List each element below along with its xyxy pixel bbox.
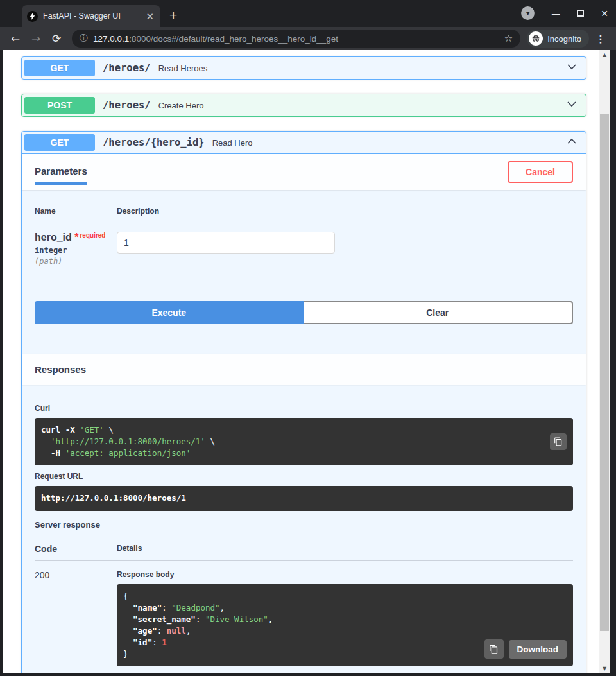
method-badge-post: POST (24, 97, 95, 114)
tab-close-icon[interactable]: ✕ (144, 12, 155, 21)
opblock-post-heroes: POST /heroes/ Create Hero (21, 94, 586, 117)
clear-button[interactable]: Clear (304, 301, 574, 324)
scrollbar-up-icon[interactable]: ▲ (599, 52, 610, 58)
cancel-button[interactable]: Cancel (508, 161, 573, 183)
response-body-label: Response body (117, 570, 573, 579)
copy-to-clipboard-icon[interactable] (550, 433, 567, 450)
tab-search-icon[interactable]: ▼ (521, 6, 535, 20)
responses-inner: Curl curl -X 'GET' \ 'http://127.0.0.1:8… (22, 385, 586, 673)
download-button[interactable]: Download (509, 640, 567, 659)
response-row: 200 Response body { "name": "Deadpond", … (35, 561, 573, 674)
url-path: :8000/docs#/default/read_hero_heroes__he… (129, 34, 499, 44)
active-tab-underline (35, 182, 87, 185)
method-badge-get: GET (24, 60, 95, 76)
column-header-name: Name (35, 207, 117, 216)
execute-wrapper: Execute Clear (22, 288, 586, 354)
status-code: 200 (35, 570, 117, 674)
browser-toolbar: ← → ⟳ ⓘ 127.0.0.1 :8000/docs#/default/re… (0, 27, 616, 50)
required-label: required (78, 232, 105, 239)
url-host: 127.0.0.1 (93, 34, 129, 44)
parameters-table: Name Description hero_id *required integ… (22, 190, 586, 288)
page-scrollbar[interactable]: ▲ ▼ (599, 50, 610, 673)
browser-tab[interactable]: FastAPI - Swagger UI ✕ (22, 5, 160, 27)
request-url-value: http://127.0.0.1:8000/heroes/1 (41, 493, 186, 503)
column-header-code: Code (35, 544, 117, 554)
chevron-down-icon[interactable] (565, 60, 578, 76)
tab-title: FastAPI - Swagger UI (43, 12, 139, 21)
op-path: /heroes/{hero_id} (103, 137, 205, 148)
incognito-label: Incognito (547, 34, 581, 44)
hero-id-input[interactable] (117, 232, 335, 254)
url-bar[interactable]: ⓘ 127.0.0.1 :8000/docs#/default/read_her… (72, 30, 520, 48)
request-url-label: Request URL (35, 472, 573, 481)
curl-command-text: curl -X 'GET' \ 'http://127.0.0.1:8000/h… (41, 424, 541, 459)
window-close-button[interactable]: ✕ (601, 8, 608, 19)
opblock-get-hero-by-id: GET /heroes/{hero_id} Read Hero Paramete… (21, 131, 586, 673)
opblock-get-hero-by-id-header[interactable]: GET /heroes/{hero_id} Read Hero (22, 132, 586, 154)
fastapi-favicon-icon (27, 11, 38, 22)
required-asterisk: * (72, 232, 79, 243)
op-summary: Read Hero (212, 138, 253, 148)
request-url-block: http://127.0.0.1:8000/heroes/1 (35, 486, 573, 510)
op-summary: Create Hero (158, 101, 204, 110)
swagger-page: GET /heroes/ Read Heroes POST /heroes/ C… (3, 50, 599, 673)
bookmark-star-icon[interactable]: ☆ (504, 33, 513, 44)
op-path: /heroes/ (103, 100, 151, 111)
curl-label: Curl (35, 404, 573, 413)
execute-button[interactable]: Execute (35, 301, 304, 324)
window-maximize-button[interactable] (577, 10, 584, 17)
opblock-get-heroes-header[interactable]: GET /heroes/ Read Heroes (22, 57, 586, 79)
op-summary: Read Heroes (158, 64, 208, 73)
method-badge-get: GET (24, 134, 95, 151)
tab-parameters[interactable]: Parameters (35, 159, 87, 185)
page-info-icon[interactable]: ⓘ (80, 33, 88, 44)
server-response-title: Server response (35, 520, 573, 530)
responses-section-header: Responses (22, 354, 586, 385)
parameters-section-header: Parameters Cancel (22, 154, 586, 190)
reload-button[interactable]: ⟳ (47, 32, 65, 45)
forward-button[interactable]: → (27, 32, 45, 45)
incognito-icon (529, 31, 543, 46)
parameter-row-hero-id: hero_id *required integer (path) (35, 221, 573, 275)
back-button[interactable]: ← (6, 32, 24, 45)
scrollbar-down-icon[interactable]: ▼ (599, 666, 610, 672)
parameter-name: hero_id (35, 232, 72, 243)
browser-tab-bar: FastAPI - Swagger UI ✕ + ▼ — ✕ (0, 0, 616, 27)
parameter-type: integer (35, 246, 117, 255)
parameter-location: (path) (35, 257, 117, 266)
chevron-up-icon[interactable] (565, 135, 578, 150)
responses-title: Responses (35, 364, 86, 375)
new-tab-button[interactable]: + (169, 8, 177, 23)
copy-to-clipboard-icon[interactable] (484, 639, 504, 659)
column-header-description: Description (117, 207, 159, 216)
window-minimize-button[interactable]: — (551, 8, 560, 19)
opblock-body: Parameters Cancel Name Description (22, 154, 586, 673)
incognito-badge: Incognito (527, 30, 589, 48)
column-header-details: Details (117, 544, 142, 554)
chevron-down-icon[interactable] (565, 98, 578, 113)
response-body-block: { "name": "Deadpond", "secret_name": "Di… (117, 584, 573, 667)
curl-command-block: curl -X 'GET' \ 'http://127.0.0.1:8000/h… (35, 418, 573, 465)
scrollbar-thumb[interactable] (600, 114, 609, 631)
op-path: /heroes/ (103, 62, 151, 74)
opblock-post-heroes-header[interactable]: POST /heroes/ Create Hero (22, 94, 586, 116)
opblock-get-heroes: GET /heroes/ Read Heroes (21, 56, 586, 80)
browser-menu-icon[interactable]: ⋮ (592, 33, 610, 45)
